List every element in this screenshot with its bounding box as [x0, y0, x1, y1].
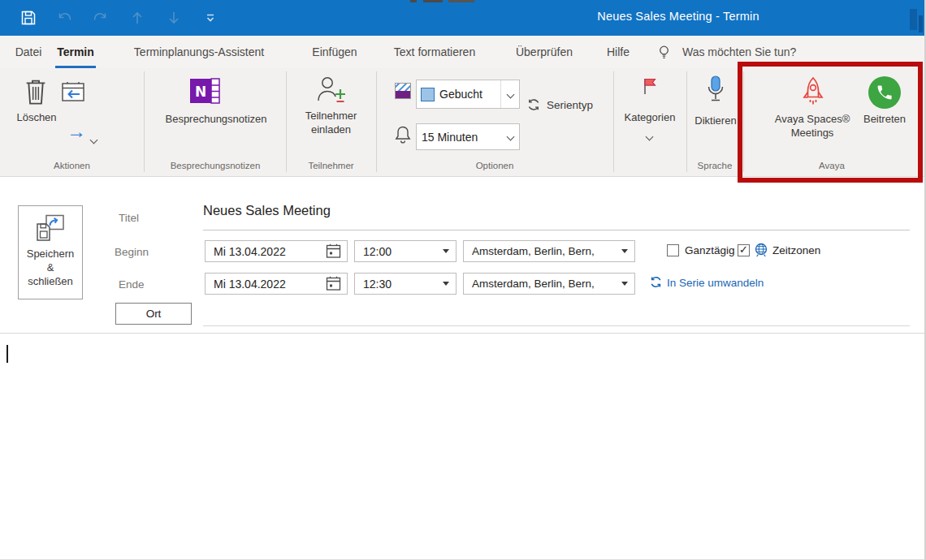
join-button-label: Beitreten: [858, 112, 911, 126]
calendar-picker-icon[interactable]: [326, 276, 341, 291]
title-input[interactable]: Neues Sales Meeting: [203, 203, 331, 218]
forward-dropdown[interactable]: [91, 131, 97, 146]
timezones-label: Zeitzonen: [772, 244, 820, 256]
delete-button[interactable]: [23, 77, 49, 106]
join-button[interactable]: [868, 76, 901, 109]
forward-button[interactable]: →: [67, 122, 86, 141]
calendar-picker-icon[interactable]: [326, 243, 341, 259]
tab-ueberpruefen[interactable]: Überprüfen: [505, 36, 583, 68]
join-phone-icon: [876, 84, 894, 101]
category-flag-icon: [641, 76, 659, 96]
dictate-button[interactable]: [706, 75, 725, 106]
tab-hilfe[interactable]: Hilfe: [601, 36, 635, 68]
reminder-dropdown-arrow[interactable]: [501, 124, 519, 149]
location-underline: [203, 325, 910, 326]
move-down-icon: [167, 10, 181, 26]
onenote-icon: N: [189, 78, 220, 104]
tab-einfuegen[interactable]: Einfügen: [305, 36, 364, 68]
cropped-artifact: [423, 0, 443, 2]
delete-button-label: Löschen: [5, 110, 68, 124]
cropped-artifact: [448, 0, 474, 2]
end-date-input[interactable]: Mi 13.04.2022: [205, 273, 348, 295]
redo-button[interactable]: [90, 8, 111, 28]
checkmark-icon: ✓: [739, 243, 748, 256]
group-label-teilnehmer: Teilnehmer: [286, 161, 376, 170]
start-timezone-dropdown[interactable]: Amsterdam, Berlin, Bern,: [463, 240, 635, 262]
start-date-value: Mi 13.04.2022: [206, 245, 326, 258]
start-time-dropdown[interactable]: 12:00: [354, 240, 457, 262]
save-and-close-label: Speichern & schließen: [27, 247, 75, 288]
end-timezone-value: Amsterdam, Berlin, Bern,: [464, 278, 621, 290]
group-separator: [376, 71, 377, 172]
save-and-close-button[interactable]: Speichern & schließen: [18, 205, 83, 299]
chevron-down-icon: [90, 136, 98, 144]
titlebar-artifact: [910, 9, 917, 30]
meeting-notes-button[interactable]: N: [189, 78, 220, 104]
appointment-body-editor[interactable]: [0, 333, 924, 560]
move-up-button[interactable]: [127, 8, 148, 28]
start-date-input[interactable]: Mi 13.04.2022: [205, 240, 348, 262]
convert-to-series-link[interactable]: In Serie umwandeln: [667, 277, 764, 289]
group-label-sprache: Sprache: [686, 161, 743, 170]
text-caret: [6, 345, 8, 363]
reminder-bell-icon: [395, 125, 411, 144]
all-day-checkbox[interactable]: [667, 244, 679, 256]
chevron-down-icon: [646, 133, 654, 141]
tab-datei[interactable]: Datei: [11, 36, 46, 68]
categorize-label: Kategorien: [613, 110, 686, 124]
reminder-value: 15 Minuten: [417, 131, 501, 144]
tellme-box[interactable]: Was möchten Sie tun?: [682, 36, 796, 68]
tab-terminplanungs-assistent[interactable]: Terminplanungs-Assistent: [112, 36, 286, 68]
chevron-down-icon: [506, 90, 514, 98]
move-up-icon: [130, 10, 145, 26]
forward-appointment-button[interactable]: [60, 80, 86, 103]
dropdown-arrow-icon: [443, 282, 449, 286]
end-timezone-dropdown[interactable]: Amsterdam, Berlin, Bern,: [463, 273, 635, 295]
forward-arrow-icon: →: [67, 120, 86, 142]
window-title: Neues Sales Meeting - Termin: [536, 10, 820, 23]
tab-text-formatieren[interactable]: Text formatieren: [383, 36, 486, 68]
outlook-appointment-window: Neues Sales Meeting - Termin Datei Termi…: [0, 0, 926, 560]
avaya-spaces-meetings-label: Avaya Spaces® Meetings: [757, 112, 868, 140]
group-label-besprechungsnotizen: Besprechungsnotizen: [145, 161, 286, 170]
categorize-button[interactable]: [641, 76, 659, 96]
svg-text:N: N: [195, 84, 206, 100]
end-time-dropdown[interactable]: 12:30: [354, 273, 457, 295]
start-time-value: 12:00: [355, 245, 443, 258]
location-button-label: Ort: [146, 308, 162, 320]
show-as-dropdown[interactable]: Gebucht: [416, 80, 520, 109]
lightbulb-icon: [656, 44, 672, 61]
recurrence-label: Serientyp: [547, 99, 593, 111]
group-label-optionen: Optionen: [376, 161, 613, 170]
timezones-checkbox[interactable]: ✓: [738, 244, 750, 256]
undo-icon: [56, 11, 72, 25]
move-down-button[interactable]: [163, 8, 184, 28]
all-day-label: Ganztägig: [685, 244, 735, 256]
appointment-form: Speichern & schließen Titel Beginn Ende …: [0, 177, 924, 333]
show-as-dropdown-arrow[interactable]: [500, 80, 519, 108]
chevron-down-icon: [506, 133, 514, 141]
tab-termin[interactable]: Termin: [54, 36, 97, 68]
qat-customize-button[interactable]: [200, 8, 221, 28]
group-label-avaya: Avaya: [743, 161, 920, 170]
categorize-dropdown[interactable]: [647, 128, 652, 143]
globe-icon: [754, 243, 768, 257]
undo-button[interactable]: [54, 8, 75, 28]
invite-attendees-button[interactable]: [315, 75, 348, 106]
ribbon: Löschen → Aktionen N Besprechungsnotizen…: [0, 68, 924, 177]
rocket-icon: [800, 76, 826, 109]
dictate-label: Diktieren: [685, 114, 746, 127]
end-field-label: Ende: [119, 278, 145, 291]
avaya-spaces-meetings-button[interactable]: [800, 76, 826, 109]
location-button[interactable]: Ort: [115, 303, 192, 325]
reminder-dropdown[interactable]: 15 Minuten: [416, 123, 520, 150]
save-button[interactable]: [18, 8, 39, 28]
dictate-mic-icon: [706, 75, 725, 106]
recurrence-icon: [526, 97, 541, 112]
end-time-value: 12:30: [355, 278, 443, 291]
recurrence-button[interactable]: Serientyp: [526, 97, 593, 112]
end-date-value: Mi 13.04.2022: [206, 278, 326, 291]
save-icon: [20, 10, 37, 26]
ribbon-tab-row: Datei Termin Terminplanungs-Assistent Ei…: [0, 36, 924, 68]
busy-square-icon: [421, 88, 435, 101]
